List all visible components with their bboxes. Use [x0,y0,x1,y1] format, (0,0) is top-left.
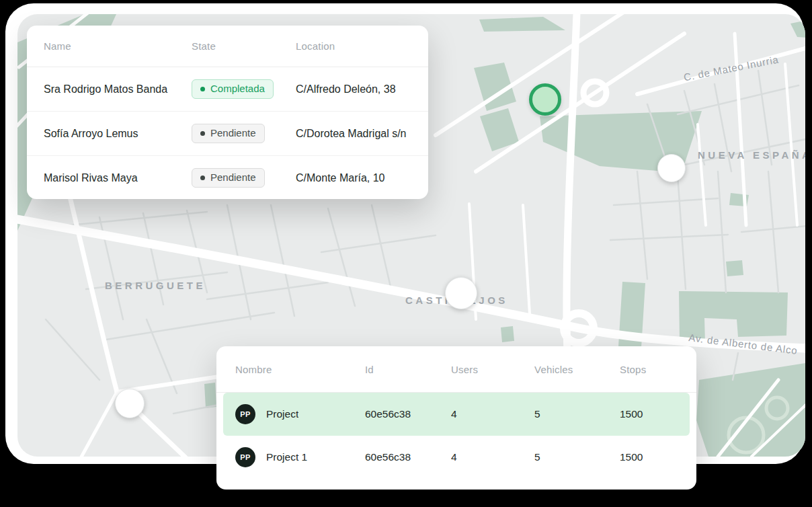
project-vehicles: 5 [534,408,620,420]
project-id: 60e56c38 [365,451,451,463]
project-avatar: PP [235,404,255,424]
stop-name: Sra Rodrigo Matos Banda [44,83,192,95]
project-row-wrap: PP Project 60e56c38 4 5 1500 [216,393,696,436]
table-row[interactable]: PP Project 60e56c38 4 5 1500 [216,393,696,436]
column-header-state: State [192,40,296,52]
column-header-stops: Stops [620,364,690,375]
table-row[interactable]: PP Project 1 60e56c38 4 5 1500 [216,436,696,479]
stop-marker[interactable] [115,389,145,418]
project-name: Project 1 [266,451,307,463]
stop-name: Marisol Rivas Maya [44,172,192,184]
stop-name: Sofía Arroyo Lemus [44,128,192,140]
project-stops: 1500 [620,451,690,463]
projects-table-header: Nombre Id Users Vehicles Stops [216,346,696,393]
status-label: Pendiente [210,172,256,184]
stops-table-header: Name State Location [27,26,428,67]
stop-marker[interactable] [657,154,686,182]
stop-location: C/Alfredo Deleón, 38 [296,83,421,95]
status-label: Completada [210,83,265,95]
project-name: Project [266,408,298,420]
column-header-vehicles: Vehicles [534,364,620,375]
stop-location: C/Dorotea Madrigal s/n [296,128,421,140]
column-header-location: Location [296,40,421,52]
project-stops: 1500 [620,408,690,420]
status-badge: Completada [192,79,274,100]
status-badge: Pendiente [192,124,265,144]
column-header-name: Name [44,40,192,52]
column-header-users: Users [451,364,534,375]
status-dot-icon [200,176,205,180]
status-label: Pendiente [210,128,256,139]
project-avatar: PP [235,447,255,467]
project-id: 60e56c38 [365,408,451,420]
column-header-id: Id [365,364,451,375]
project-users: 4 [451,451,534,463]
table-row[interactable]: Sra Rodrigo Matos Banda Completada C/Alf… [27,67,428,112]
selected-stop-marker[interactable] [529,83,561,116]
projects-table-panel: Nombre Id Users Vehicles Stops PP Projec… [216,346,696,490]
table-row[interactable]: Marisol Rivas Maya Pendiente C/Monte Mar… [27,156,428,200]
stops-table-panel: Name State Location Sra Rodrigo Matos Ba… [27,26,428,199]
district-label-berruguete: BERRUGUETE [105,280,206,291]
stop-marker[interactable] [445,277,477,309]
table-row[interactable]: Sofía Arroyo Lemus Pendiente C/Dorotea M… [27,112,428,156]
status-dot-icon [200,131,205,136]
district-label-nueva-espana: NUEVA ESPAÑA [698,149,805,161]
status-badge: Pendiente [192,168,265,188]
status-dot-icon [200,87,205,91]
column-header-nombre: Nombre [235,364,365,375]
stop-location: C/Monte María, 10 [296,172,421,184]
project-vehicles: 5 [534,451,620,463]
project-row-wrap: PP Project 1 60e56c38 4 5 1500 [216,436,696,479]
project-users: 4 [451,408,534,420]
